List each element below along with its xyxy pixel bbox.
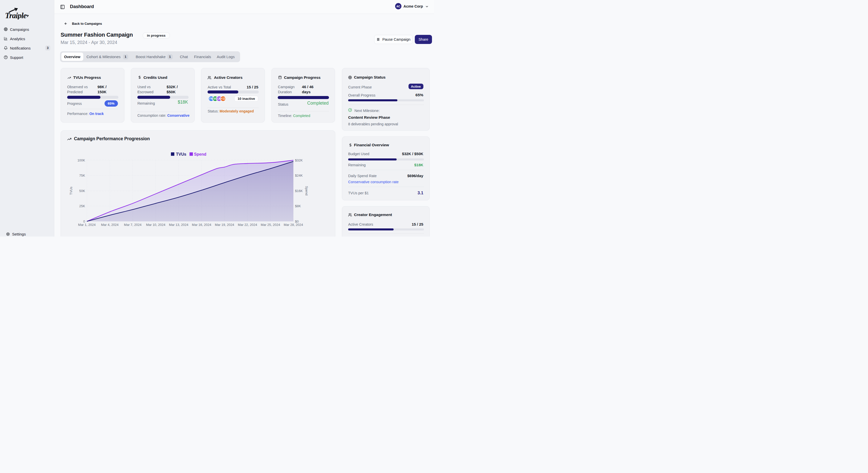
svg-text:Mar 1, 2024: Mar 1, 2024 xyxy=(78,223,95,227)
svg-text:Mar 25, 2024: Mar 25, 2024 xyxy=(261,223,280,227)
svg-text:$16K: $16K xyxy=(295,189,303,193)
svg-text:Mar 28, 2024: Mar 28, 2024 xyxy=(284,223,303,227)
svg-text:$24K: $24K xyxy=(295,174,303,177)
svg-text:Spend: Spend xyxy=(305,186,309,196)
svg-text:Mar 10, 2024: Mar 10, 2024 xyxy=(146,223,165,227)
svg-text:TVUs: TVUs xyxy=(176,152,186,156)
svg-text:Mar 19, 2024: Mar 19, 2024 xyxy=(215,223,234,227)
svg-text:Traiple: Traiple xyxy=(5,11,27,20)
svg-text:Mar 22, 2024: Mar 22, 2024 xyxy=(238,223,257,227)
svg-text:25K: 25K xyxy=(79,204,85,208)
svg-text:75K: 75K xyxy=(79,174,85,177)
svg-text:100K: 100K xyxy=(78,158,85,162)
svg-text:Mar 7, 2024: Mar 7, 2024 xyxy=(124,223,142,227)
svg-text:Mar 16, 2024: Mar 16, 2024 xyxy=(192,223,211,227)
svg-text:Mar 4, 2024: Mar 4, 2024 xyxy=(101,223,118,227)
svg-text:Mar 13, 2024: Mar 13, 2024 xyxy=(169,223,188,227)
svg-text:$8K: $8K xyxy=(295,204,301,208)
svg-text:Spend: Spend xyxy=(194,152,206,156)
svg-text:TVUs: TVUs xyxy=(69,186,73,195)
svg-text:$32K: $32K xyxy=(295,158,303,162)
svg-text:50K: 50K xyxy=(79,189,85,193)
